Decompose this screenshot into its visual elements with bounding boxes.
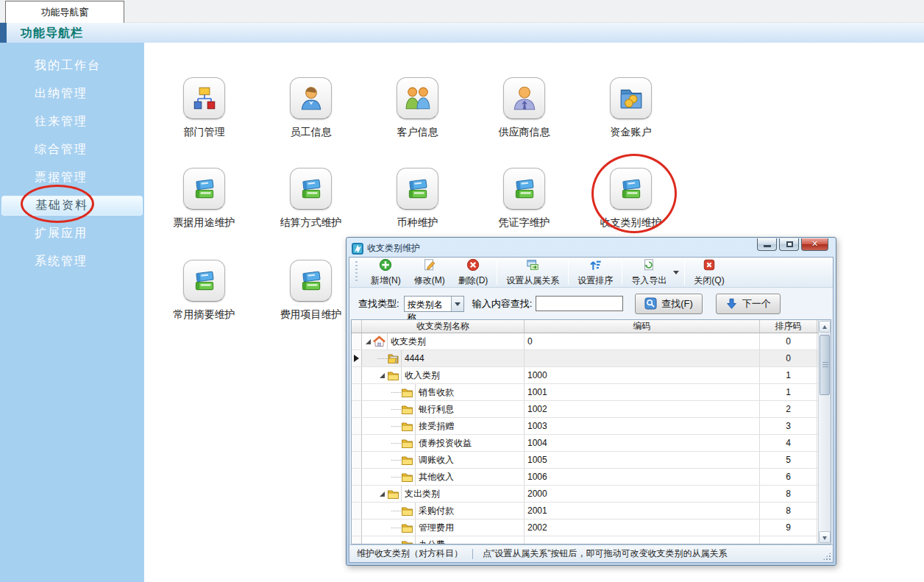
app-shortcut-employee-info[interactable]: 员工信息 (257, 77, 364, 139)
app-shortcut-bill-usage-maintenance[interactable]: 票据用途维护 (151, 168, 257, 230)
code-cell: 2000 (525, 486, 760, 502)
app-shortcut-label: 资金账户 (611, 126, 652, 139)
sidebar-item-extended-apps[interactable]: 扩展应用 (1, 224, 143, 244)
sidebar-item-my-workbench[interactable]: 我的工作台 (1, 56, 143, 76)
minimize-button[interactable] (757, 238, 777, 251)
sidebar-item-system-management[interactable]: 系统管理 (1, 252, 143, 272)
app-shortcut-currency-maintenance[interactable]: 币种维护 (364, 168, 471, 230)
relation-icon (526, 258, 539, 274)
table-row[interactable]: 其他收入10066 (352, 469, 818, 486)
app-shortcut-common-summary-maintenance[interactable]: 常用摘要维护 (151, 260, 257, 322)
grid-rows: 收支类别0044440收入类别10001销售收款10011银行利息10022接受… (352, 333, 818, 544)
books-icon (397, 168, 438, 210)
tree-expander-icon[interactable] (377, 489, 387, 499)
table-row[interactable]: 调账收入10055 (352, 452, 818, 469)
money-folder-icon (610, 77, 652, 119)
table-row[interactable]: 银行利息10022 (352, 401, 818, 418)
search-input[interactable] (536, 296, 623, 311)
import-export-button[interactable]: 导入导出 (625, 257, 673, 288)
grid-column-header[interactable]: 排序码 (760, 320, 817, 333)
tree-expander-icon[interactable] (363, 337, 373, 347)
close-icon: ✕ (802, 239, 828, 249)
table-row[interactable]: 管理费用20029 (352, 519, 818, 536)
grid-column-header[interactable]: 收支类别名称 (362, 320, 525, 333)
close-window-button[interactable]: ✕ (801, 238, 828, 251)
table-row[interactable]: 收支类别00 (352, 333, 818, 350)
sidebar-item-contacts-management[interactable]: 往来管理 (1, 112, 143, 132)
app-shortcut-customer-info[interactable]: 客户信息 (364, 77, 471, 139)
set-relation-button[interactable]: 设置从属关系 (500, 257, 566, 288)
add-button[interactable]: 新增(N) (364, 257, 408, 288)
vertical-scrollbar[interactable] (818, 320, 831, 544)
scroll-thumb[interactable] (820, 335, 830, 395)
magnifier-icon (644, 297, 657, 310)
modify-button[interactable]: 修改(M) (408, 257, 452, 288)
icon-grid-row: 部门管理员工信息客户信息供应商信息资金账户 (151, 77, 684, 139)
search-input-label: 输入内容查找: (472, 297, 533, 310)
app-shortcut-settlement-method-maintenance[interactable]: 结算方式维护 (257, 168, 364, 230)
app-logo-icon (352, 243, 363, 255)
toolbar-separator (684, 260, 685, 285)
table-row[interactable]: 44440 (352, 350, 818, 367)
sidebar-item-basic-data[interactable]: 基础资料 (1, 196, 143, 216)
app-shortcut-voucher-word-maintenance[interactable]: 凭证字维护 (471, 168, 578, 230)
category-name-cell: 其他收入 (362, 469, 525, 485)
status-separator (472, 549, 473, 559)
header-accent-bar (0, 23, 7, 43)
folder-icon (401, 505, 413, 517)
table-row[interactable]: 接受捐赠10033 (352, 418, 818, 435)
sidebar-item-bill-management[interactable]: 票据管理 (1, 168, 143, 188)
app-shortcut-income-expense-category-maintenance[interactable]: 收支类别维护 (578, 168, 684, 230)
category-name-cell: 债券投资收益 (362, 435, 525, 451)
code-cell: 1004 (525, 435, 760, 451)
sidebar-item-comprehensive-management[interactable]: 综合管理 (1, 140, 143, 160)
scroll-down-button[interactable] (819, 531, 831, 543)
sort-code-cell: 5 (760, 452, 817, 468)
resize-grip[interactable] (823, 553, 831, 560)
table-row[interactable]: 收入类别10001 (352, 367, 818, 384)
tree-connector (377, 358, 387, 359)
app-shortcut-department-management[interactable]: 部门管理 (151, 77, 257, 139)
search-type-select[interactable]: 按类别名称 (404, 296, 464, 312)
tab-function-nav-window[interactable]: 功能导航窗 (5, 1, 124, 23)
table-row[interactable]: 债券投资收益10044 (352, 435, 818, 452)
category-name-cell: 4444 (362, 350, 525, 366)
next-button[interactable]: 下一个 (716, 294, 781, 314)
app-shortcut-supplier-info[interactable]: 供应商信息 (471, 77, 578, 139)
row-gutter (352, 519, 362, 536)
table-row[interactable]: 销售收款10011 (352, 384, 818, 401)
sort-code-cell: 1 (760, 384, 817, 400)
tree-connector (391, 528, 401, 528)
table-row[interactable]: 办公费 (352, 536, 818, 544)
sidebar-item-label: 综合管理 (35, 142, 88, 157)
add-icon (379, 258, 392, 274)
maximize-icon (786, 241, 793, 247)
combo-dropdown-button[interactable] (451, 297, 463, 311)
table-row[interactable]: 采购付款20018 (352, 503, 818, 519)
maximize-button[interactable] (779, 238, 799, 251)
minimize-icon (764, 245, 771, 247)
dropdown-arrow-icon[interactable] (673, 271, 679, 274)
app-shortcut-capital-account[interactable]: 资金账户 (578, 77, 684, 139)
find-button[interactable]: 查找(F) (635, 294, 703, 314)
scroll-up-button[interactable] (819, 321, 831, 333)
toolbar-button-label: 修改(M) (414, 274, 445, 287)
sidebar-item-cashier-management[interactable]: 出纳管理 (1, 84, 143, 104)
tree-expander-icon[interactable] (377, 371, 387, 380)
books-icon (610, 168, 652, 210)
toolbar-button-label: 设置排序 (578, 274, 613, 287)
tree-connector (391, 443, 401, 444)
grid-column-header[interactable]: 编码 (525, 320, 760, 333)
close-button[interactable]: 关闭(Q) (687, 257, 731, 288)
delete-button[interactable]: 删除(D) (452, 257, 495, 288)
books-icon (503, 168, 545, 210)
books-icon (183, 168, 225, 210)
row-gutter (352, 503, 362, 519)
delete-icon (466, 258, 480, 274)
category-tree-grid: 收支类别名称编码排序码 收支类别0044440收入类别10001销售收款1001… (351, 319, 831, 544)
set-sort-button[interactable]: 设置排序 (571, 257, 619, 288)
toolbar-separator (622, 260, 622, 285)
table-row[interactable]: 支出类别20008 (352, 486, 818, 503)
toolbar-grip[interactable] (355, 261, 358, 283)
page-header: 功能导航栏 (0, 23, 924, 43)
